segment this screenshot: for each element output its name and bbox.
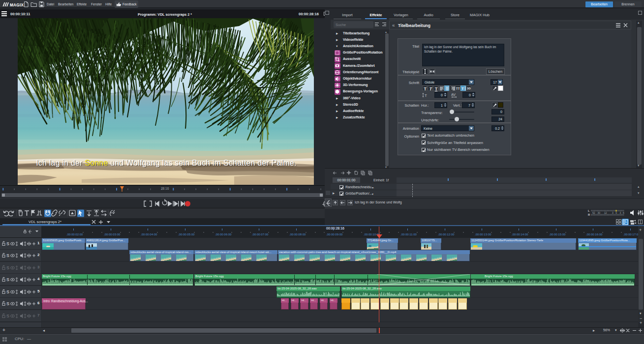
svg-text:AV: AV xyxy=(451,93,456,96)
svg-text:S: S xyxy=(6,277,9,282)
svg-text:S: S xyxy=(6,314,9,318)
svg-text:S: S xyxy=(6,301,9,306)
svg-text:S: S xyxy=(6,253,9,258)
svg-text:,00:00:13:00: ,00:00:13:00 xyxy=(475,233,491,236)
svg-text:,00:00:16:00: ,00:00:16:00 xyxy=(586,233,603,236)
svg-text:,00:00:11:00: ,00:00:11:00 xyxy=(400,233,417,236)
svg-text:T: T xyxy=(461,86,464,91)
svg-text:S: S xyxy=(6,241,9,246)
svg-text:S: S xyxy=(6,265,9,270)
svg-text:,00:00:15:00: ,00:00:15:00 xyxy=(549,233,566,236)
svg-text:MAGIX: MAGIX xyxy=(10,3,24,7)
svg-text:,00:00:12:00: ,00:00:12:00 xyxy=(438,233,455,236)
svg-text:,00:00:07:00: ,00:00:07:00 xyxy=(252,233,269,236)
svg-text:,00:00:17:0: ,00:00:17:0 xyxy=(623,233,639,236)
svg-text:T: T xyxy=(425,93,427,98)
svg-text:,00:00:02:00: ,00:00:02:00 xyxy=(66,233,83,236)
svg-text:,00:00:04:00: ,00:00:04:00 xyxy=(141,233,157,236)
svg-text:,00:00:06:00: ,00:00:06:00 xyxy=(215,233,232,236)
svg-text:,00:00:03:00: ,00:00:03:00 xyxy=(104,233,121,236)
svg-text:S: S xyxy=(6,289,9,294)
svg-text:,00:00:14:00: ,00:00:14:00 xyxy=(512,233,528,236)
svg-text:,00:00:08:00: ,00:00:08:00 xyxy=(289,233,306,236)
svg-text:Ich lag in der Sonne und Wolfg: Ich lag in der Sonne und Wolfgang las se… xyxy=(36,159,297,167)
svg-text:,00:00:05:00: ,00:00:05:00 xyxy=(178,233,195,236)
svg-text:,00:00:09:00: ,00:00:09:00 xyxy=(326,233,343,236)
